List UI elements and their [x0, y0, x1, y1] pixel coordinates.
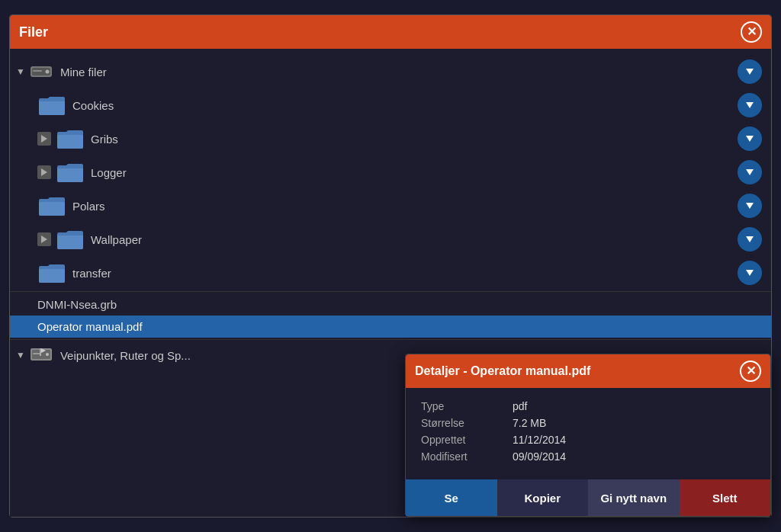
svg-rect-6 — [33, 353, 40, 354]
file-name-dnmi: DNMI-Nsea.grb — [37, 298, 762, 311]
dropdown-arrow-icon — [746, 270, 754, 276]
dropdown-arrow-icon — [746, 236, 754, 242]
folder-item-polars[interactable]: Polars — [10, 189, 771, 223]
folder-item-wallpaper[interactable]: Wallpaper — [10, 223, 771, 256]
detail-title-bar: Detaljer - Operator manual.pdf ✕ — [406, 354, 770, 388]
folder-icon-logger — [56, 161, 83, 184]
expand-arrow-logger[interactable] — [37, 165, 51, 179]
detail-label-created: Opprettet — [421, 434, 513, 446]
detail-row-size: Størrelse 7.2 MB — [421, 417, 755, 429]
btn-kopier[interactable]: Kopier — [497, 479, 589, 516]
btn-se[interactable]: Se — [406, 479, 497, 516]
expand-right-icon — [41, 236, 47, 243]
root-dropdown-btn[interactable] — [738, 59, 762, 84]
folder-name-logger: Logger — [91, 166, 738, 179]
expand-right-icon — [41, 135, 47, 143]
folder-icon-polars — [37, 194, 65, 217]
main-window: Filer ✕ ▼ Mine filer — [9, 14, 772, 518]
separator-2 — [10, 339, 771, 340]
btn-gi-nytt-navn[interactable]: Gi nytt navn — [588, 479, 680, 516]
dropdown-arrow-icon — [746, 136, 754, 142]
separator — [10, 291, 771, 292]
detail-close-button[interactable]: ✕ — [740, 361, 761, 382]
svg-point-2 — [45, 70, 49, 74]
folder-item-cookies[interactable]: Cookies — [10, 88, 771, 122]
detail-row-modified: Modifisert 09/09/2014 — [421, 450, 755, 463]
detail-body: Type pdf Størrelse 7.2 MB Opprettet 11/1… — [406, 388, 770, 479]
detail-actions: Se Kopier Gi nytt navn Slett — [406, 479, 770, 516]
detail-label-size: Størrelse — [421, 417, 513, 429]
main-close-button[interactable]: ✕ — [741, 21, 762, 43]
folder-name-gribs: Gribs — [91, 133, 738, 146]
detail-row-created: Opprettet 11/12/2014 — [421, 434, 755, 446]
detail-label-modified: Modifisert — [421, 450, 513, 463]
wallpaper-dropdown-btn[interactable] — [738, 227, 762, 252]
window-title: Filer — [19, 24, 48, 40]
folder-name-wallpaper: Wallpaper — [91, 233, 738, 246]
detail-label-type: Type — [421, 400, 513, 412]
detail-value-created: 11/12/2014 — [513, 434, 566, 446]
folder-name-polars: Polars — [72, 200, 738, 213]
detail-value-size: 7.2 MB — [513, 417, 546, 429]
detail-popup: Detaljer - Operator manual.pdf ✕ Type pd… — [405, 354, 771, 517]
file-name-operator-manual: Operator manual.pdf — [37, 320, 762, 333]
folder-item-transfer[interactable]: transfer — [10, 256, 771, 290]
detail-value-type: pdf — [513, 400, 527, 412]
svg-point-7 — [46, 353, 49, 356]
root-item-label: Mine filer — [60, 66, 738, 79]
folder-icon — [37, 94, 65, 117]
cookies-dropdown-btn[interactable] — [738, 93, 762, 117]
dropdown-arrow-icon — [746, 169, 754, 175]
dropdown-arrow-icon — [746, 69, 754, 75]
folder-name-cookies: Cookies — [72, 99, 738, 112]
folder-icon-transfer — [37, 261, 65, 284]
detail-value-modified: 09/09/2014 — [513, 450, 566, 463]
svg-rect-8 — [40, 348, 41, 356]
veipunkter-hdd-icon — [30, 346, 53, 364]
dropdown-arrow-icon — [746, 203, 754, 209]
btn-slett[interactable]: Slett — [680, 479, 771, 516]
detail-row-type: Type pdf — [421, 400, 755, 412]
svg-rect-3 — [33, 70, 42, 72]
folder-item-logger[interactable]: Logger — [10, 155, 771, 189]
polars-dropdown-btn[interactable] — [738, 194, 762, 218]
expand-right-icon — [41, 168, 47, 176]
folder-icon-wallpaper — [56, 228, 83, 251]
root-item-mine-filer[interactable]: ▼ Mine filer — [10, 55, 771, 88]
expand-arrow-wallpaper[interactable] — [37, 232, 51, 246]
hdd-icon — [30, 62, 53, 81]
dropdown-arrow-icon — [746, 102, 754, 108]
expand-arrow-gribs[interactable] — [37, 132, 51, 146]
folder-name-transfer: transfer — [72, 267, 738, 280]
gribs-dropdown-btn[interactable] — [738, 127, 762, 151]
detail-title: Detaljer - Operator manual.pdf — [415, 364, 590, 378]
transfer-dropdown-btn[interactable] — [738, 261, 762, 285]
folder-icon-gribs — [56, 127, 83, 150]
file-item-dnmi[interactable]: DNMI-Nsea.grb — [10, 293, 771, 316]
folder-item-gribs[interactable]: Gribs — [10, 122, 771, 155]
title-bar: Filer ✕ — [10, 15, 771, 49]
logger-dropdown-btn[interactable] — [738, 160, 762, 184]
file-item-operator-manual[interactable]: Operator manual.pdf — [10, 316, 771, 338]
